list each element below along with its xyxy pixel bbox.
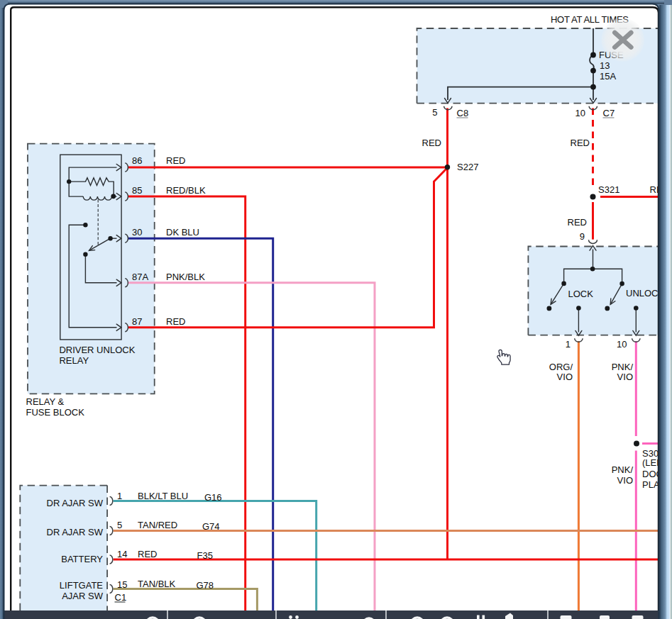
svg-text:BATTERY: BATTERY	[61, 554, 103, 564]
svg-text:ORG/: ORG/	[549, 362, 573, 372]
svg-text:PNK/: PNK/	[612, 362, 634, 372]
svg-text:15: 15	[117, 579, 127, 590]
svg-text:RED: RED	[422, 138, 441, 148]
svg-text:TAN/RED: TAN/RED	[138, 520, 177, 530]
svg-text:15A: 15A	[600, 71, 616, 82]
svg-text:10: 10	[575, 108, 585, 118]
svg-text:VIO: VIO	[617, 372, 633, 382]
svg-text:1: 1	[117, 491, 122, 501]
svg-text:FUSE BLOCK: FUSE BLOCK	[26, 407, 85, 418]
svg-text:S227: S227	[457, 162, 478, 172]
svg-text:5: 5	[117, 520, 122, 530]
svg-text:PNK/BLK: PNK/BLK	[166, 272, 205, 282]
svg-text:9: 9	[580, 231, 585, 242]
svg-text:G74: G74	[202, 521, 220, 532]
svg-text:TAN/BLK: TAN/BLK	[138, 579, 176, 589]
svg-text:RELAY &: RELAY &	[26, 396, 65, 407]
svg-text:LIFTGATE: LIFTGATE	[60, 580, 103, 591]
svg-text:AJAR SW: AJAR SW	[62, 591, 104, 601]
svg-text:S321: S321	[598, 184, 619, 195]
svg-text:RELAY: RELAY	[59, 355, 89, 366]
svg-text:14: 14	[117, 549, 127, 559]
svg-text:C1: C1	[115, 592, 127, 603]
svg-text:87: 87	[132, 316, 142, 327]
svg-text:1: 1	[566, 339, 571, 350]
svg-text:F35: F35	[197, 550, 213, 561]
svg-text:G78: G78	[197, 580, 214, 591]
svg-text:86: 86	[132, 155, 142, 166]
svg-text:10: 10	[617, 339, 627, 350]
svg-text:RED: RED	[166, 155, 185, 166]
svg-text:PNK/: PNK/	[612, 464, 634, 475]
svg-text:DR AJAR SW: DR AJAR SW	[47, 527, 104, 537]
svg-text:RED: RED	[138, 549, 157, 559]
svg-text:RED: RED	[571, 138, 590, 148]
svg-text:C7: C7	[603, 108, 615, 118]
svg-text:5: 5	[432, 107, 437, 118]
svg-text:30: 30	[132, 227, 142, 238]
svg-text:DRIVER UNLOCK: DRIVER UNLOCK	[59, 345, 135, 355]
svg-text:13: 13	[600, 60, 610, 71]
svg-text:DR AJAR SW: DR AJAR SW	[47, 498, 104, 508]
svg-text:LOCK: LOCK	[568, 289, 594, 299]
svg-text:RED: RED	[166, 316, 185, 327]
svg-text:VIO: VIO	[617, 475, 633, 486]
svg-text:DK BLU: DK BLU	[166, 227, 199, 238]
svg-text:C8: C8	[457, 108, 469, 118]
svg-text:85: 85	[132, 185, 142, 196]
svg-text:87A: 87A	[132, 272, 148, 282]
svg-text:VIO: VIO	[557, 372, 573, 382]
svg-text:RED/BLK: RED/BLK	[166, 185, 206, 196]
svg-text:G16: G16	[204, 492, 222, 503]
svg-text:RED: RED	[568, 217, 587, 228]
svg-text:BLK/LT BLU: BLK/LT BLU	[138, 491, 188, 501]
